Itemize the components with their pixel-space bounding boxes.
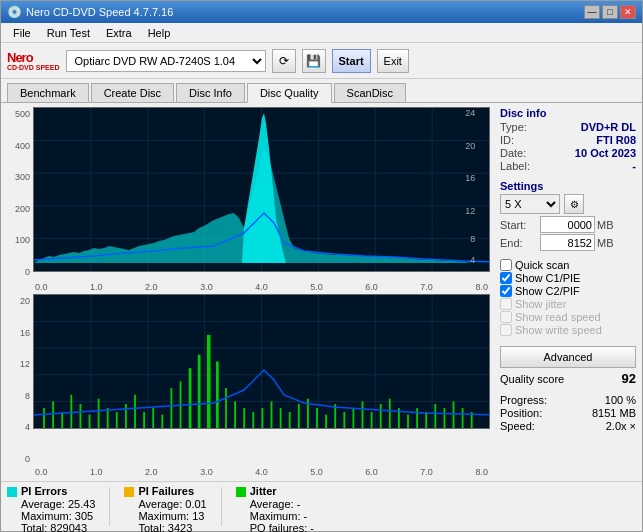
exit-button[interactable]: Exit	[377, 49, 409, 73]
drive-select[interactable]: Optiarc DVD RW AD-7240S 1.04	[66, 50, 266, 72]
disc-date-label: Date:	[500, 147, 526, 159]
title-bar-controls: — □ ✕	[584, 5, 636, 19]
svg-rect-30	[61, 412, 63, 428]
svg-rect-71	[434, 404, 436, 428]
svg-rect-55	[289, 412, 291, 428]
position-value: 8151 MB	[592, 407, 636, 419]
jitter-icon	[236, 487, 246, 497]
svg-text:24: 24	[465, 108, 475, 118]
svg-rect-66	[389, 399, 391, 428]
pi-errors-total: Total: 829043	[21, 522, 95, 532]
show-write-speed-checkbox[interactable]	[500, 324, 512, 336]
menu-bar: File Run Test Extra Help	[1, 23, 642, 43]
checkboxes-section: Quick scan Show C1/PIE Show C2/PIF Show …	[500, 259, 636, 337]
quality-score-value: 92	[622, 371, 636, 386]
main-content: 500 400 300 200 100 0	[1, 103, 642, 481]
tab-create-disc[interactable]: Create Disc	[91, 83, 174, 102]
pi-failures-group: PI Failures Average: 0.01 Maximum: 13 To…	[124, 485, 206, 528]
speed-select[interactable]: 5 X	[500, 194, 560, 214]
right-panel: Disc info Type: DVD+R DL ID: FTI R08 Dat…	[494, 103, 642, 481]
end-mb-row: End: 8152 MB	[500, 234, 636, 251]
disc-id-label: ID:	[500, 134, 514, 146]
title-bar: 💿 Nero CD-DVD Speed 4.7.7.16 — □ ✕	[1, 1, 642, 23]
show-jitter-label: Show jitter	[515, 298, 566, 310]
svg-rect-28	[43, 408, 45, 428]
stats-divider-2	[221, 487, 222, 526]
speed-label: Speed:	[500, 420, 535, 432]
svg-rect-50	[243, 408, 245, 428]
settings-icon-button[interactable]: ⚙	[564, 194, 584, 214]
advanced-button[interactable]: Advanced	[500, 346, 636, 368]
top-chart-x-labels: 0.0 1.0 2.0 3.0 4.0 5.0 6.0 7.0 8.0	[33, 282, 490, 292]
speed-row: Speed: 2.0x ×	[500, 420, 636, 432]
menu-help[interactable]: Help	[140, 25, 179, 41]
jitter-group: Jitter Average: - Maximum: - PO failures…	[236, 485, 314, 528]
disc-info-title: Disc info	[500, 107, 636, 119]
top-chart-svg: 24 20 16 12 8 4	[34, 108, 489, 271]
end-unit: MB	[597, 237, 614, 249]
svg-rect-34	[98, 399, 100, 428]
chart-bot-y-16: 16	[5, 328, 30, 338]
quality-score-row: Quality score 92	[500, 371, 636, 386]
progress-label: Progress:	[500, 394, 547, 406]
minimize-button[interactable]: —	[584, 5, 600, 19]
svg-rect-31	[70, 395, 72, 428]
disc-id-row: ID: FTI R08	[500, 134, 636, 146]
jitter-max: Maximum: -	[250, 510, 314, 522]
svg-rect-35	[107, 408, 109, 428]
disc-date-row: Date: 10 Oct 2023	[500, 147, 636, 159]
show-c1pie-label: Show C1/PIE	[515, 272, 580, 284]
svg-rect-73	[453, 401, 455, 428]
pi-errors-icon	[7, 487, 17, 497]
show-jitter-row: Show jitter	[500, 298, 636, 310]
tab-benchmark[interactable]: Benchmark	[7, 83, 89, 102]
svg-rect-41	[161, 415, 163, 428]
svg-rect-52	[262, 408, 264, 428]
maximize-button[interactable]: □	[602, 5, 618, 19]
position-row: Position: 8151 MB	[500, 407, 636, 419]
svg-rect-69	[416, 408, 418, 428]
start-button[interactable]: Start	[332, 49, 371, 73]
chart-bot-y-8: 8	[5, 391, 30, 401]
svg-rect-54	[280, 408, 282, 428]
svg-rect-39	[143, 412, 145, 428]
tab-disc-quality[interactable]: Disc Quality	[247, 83, 332, 103]
pi-failures-avg: Average: 0.01	[138, 498, 206, 510]
show-read-speed-label: Show read speed	[515, 311, 601, 323]
chart-bot-y-4: 4	[5, 422, 30, 432]
quick-scan-row: Quick scan	[500, 259, 636, 271]
menu-run-test[interactable]: Run Test	[39, 25, 98, 41]
tab-disc-info[interactable]: Disc Info	[176, 83, 245, 102]
svg-rect-53	[271, 401, 273, 428]
save-button[interactable]: 💾	[302, 49, 326, 73]
quick-scan-checkbox[interactable]	[500, 259, 512, 271]
disc-type-row: Type: DVD+R DL	[500, 121, 636, 133]
bottom-chart-svg	[34, 295, 489, 428]
tab-scan-disc[interactable]: ScanDisc	[334, 83, 406, 102]
svg-text:4: 4	[470, 255, 475, 265]
quality-score-label: Quality score	[500, 373, 564, 385]
menu-extra[interactable]: Extra	[98, 25, 140, 41]
show-read-speed-checkbox[interactable]	[500, 311, 512, 323]
show-c2pif-checkbox[interactable]	[500, 285, 512, 297]
show-write-speed-label: Show write speed	[515, 324, 602, 336]
start-label: Start:	[500, 219, 538, 231]
svg-rect-44	[189, 368, 192, 428]
end-label: End:	[500, 237, 538, 249]
menu-file[interactable]: File	[5, 25, 39, 41]
pi-failures-max: Maximum: 13	[138, 510, 206, 522]
chart-bot-y-0: 0	[5, 454, 30, 464]
svg-rect-45	[198, 355, 201, 428]
refresh-button[interactable]: ⟳	[272, 49, 296, 73]
pi-failures-content: PI Failures Average: 0.01 Maximum: 13 To…	[138, 485, 206, 532]
show-jitter-checkbox[interactable]	[500, 298, 512, 310]
svg-rect-56	[298, 404, 300, 428]
disc-info-section: Disc info Type: DVD+R DL ID: FTI R08 Dat…	[500, 107, 636, 173]
close-button[interactable]: ✕	[620, 5, 636, 19]
svg-rect-32	[80, 404, 82, 428]
show-c1pie-checkbox[interactable]	[500, 272, 512, 284]
svg-rect-51	[252, 412, 254, 428]
show-c2pif-row: Show C2/PIF	[500, 285, 636, 297]
svg-rect-47	[216, 362, 219, 429]
svg-rect-40	[152, 408, 154, 428]
